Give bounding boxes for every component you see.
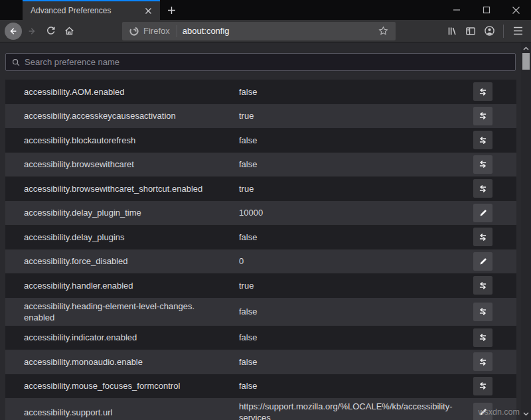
pref-value: https://support.​mozilla.​org/%LOCALE%/k… [239, 401, 468, 420]
toggle-pref-button[interactable] [473, 377, 493, 395]
toggle-icon [478, 184, 488, 194]
account-button[interactable] [480, 22, 498, 40]
toggle-pref-button[interactable] [473, 328, 493, 347]
urlbar-separator [177, 25, 177, 37]
url-bar[interactable]: Firefox about:config [122, 22, 396, 40]
pref-name: accessibility.​heading-element-level-cha… [24, 301, 223, 323]
pref-value: 10000 [239, 207, 468, 218]
close-window-button[interactable] [501, 0, 531, 20]
navigation-toolbar: Firefox about:config [0, 20, 531, 42]
home-button[interactable] [60, 22, 78, 40]
new-tab-button[interactable] [160, 0, 183, 20]
scroll-down-arrow-icon[interactable] [521, 409, 531, 419]
star-icon [378, 26, 388, 36]
pref-value: false [239, 86, 468, 98]
forward-arrow-icon [27, 27, 37, 36]
back-button[interactable] [4, 22, 23, 40]
pref-row[interactable]: accessibility.​mouse_focuses_formcontrol… [5, 374, 516, 399]
pref-name: accessibility.​force_disabled [24, 255, 223, 267]
tab-advanced-preferences[interactable]: Advanced Preferences [23, 0, 160, 20]
identity-box[interactable]: Firefox [127, 26, 173, 36]
bookmark-star-button[interactable] [376, 24, 390, 38]
pref-value: false [239, 332, 468, 343]
toggle-icon [478, 307, 488, 316]
pref-name: accessibility.​handler.​enabled [24, 280, 223, 291]
toggle-pref-button[interactable] [473, 131, 493, 149]
pref-row[interactable]: accessibility.​indicator.​enabled false [5, 326, 516, 350]
edit-pref-button[interactable] [473, 252, 493, 271]
browser-window: Advanced Preferences [0, 0, 531, 420]
toggle-icon [478, 357, 488, 367]
toggle-icon [478, 111, 488, 121]
plus-icon [167, 6, 176, 15]
search-input[interactable] [25, 57, 510, 67]
toggle-icon [478, 332, 488, 342]
titlebar-drag-area [183, 0, 441, 20]
tab-title: Advanced Preferences [31, 6, 141, 15]
sidebar-icon [465, 26, 476, 36]
toggle-pref-button[interactable] [473, 276, 493, 295]
pref-row[interactable]: accessibility.​accesskeycausesactivation… [5, 104, 516, 129]
menu-button[interactable] [508, 22, 527, 40]
back-arrow-icon [9, 27, 18, 36]
pref-name: accessibility.​browsewithcaret [24, 159, 223, 170]
pref-row[interactable]: accessibility.​delay_plugins false [5, 225, 516, 249]
pref-value: true [239, 110, 468, 121]
search-box[interactable] [5, 53, 516, 71]
toggle-pref-button[interactable] [473, 228, 493, 246]
pref-name: accessibility.​support.​url [24, 407, 223, 418]
pref-row[interactable]: accessibility.​blockautorefresh false [5, 128, 516, 153]
maximize-button[interactable] [471, 0, 501, 20]
toggle-pref-button[interactable] [473, 82, 493, 101]
hamburger-icon [513, 27, 523, 35]
preferences-table: accessibility.​AOM.​enabled false access… [5, 80, 516, 420]
pref-value: false [239, 232, 468, 243]
toggle-icon [478, 381, 488, 391]
pref-row[interactable]: accessibility.​heading-element-level-cha… [5, 298, 516, 326]
pref-row[interactable]: accessibility.​browsewithcaret_shortcut.… [5, 176, 516, 201]
titlebar: Advanced Preferences [0, 0, 531, 20]
edit-pref-button[interactable] [473, 204, 493, 222]
pref-name: accessibility.​mouse_focuses_formcontrol [24, 380, 223, 391]
pref-value: false [239, 306, 468, 317]
search-icon [11, 58, 21, 67]
scroll-up-arrow-icon[interactable] [521, 44, 531, 53]
pref-name: accessibility.​indicator.​enabled [24, 332, 223, 343]
pref-row[interactable]: accessibility.​browsewithcaret false [5, 153, 516, 177]
forward-button[interactable] [23, 22, 41, 40]
pref-name: accessibility.​delay_plugin_time [24, 207, 223, 218]
edit-pref-button[interactable] [473, 403, 493, 420]
firefox-logo-icon [129, 26, 139, 36]
sidebar-toggle-button[interactable] [461, 22, 480, 40]
scrollbar[interactable] [521, 42, 531, 420]
pref-row[interactable]: accessibility.​support.​url https://supp… [5, 398, 516, 420]
pref-value: false [239, 159, 468, 170]
toolbar-separator [503, 25, 504, 38]
toggle-pref-button[interactable] [473, 352, 493, 371]
reload-button[interactable] [41, 22, 60, 40]
identity-label: Firefox [143, 26, 170, 36]
tab-close-icon[interactable] [141, 4, 155, 17]
pref-row[interactable]: accessibility.​force_disabled 0 [5, 249, 516, 274]
toggle-pref-button[interactable] [473, 179, 493, 198]
toggle-pref-button[interactable] [473, 155, 493, 174]
close-icon [512, 6, 520, 15]
pref-row[interactable]: accessibility.​monoaudio.​enable false [5, 350, 516, 374]
window-controls [441, 0, 531, 20]
pref-row[interactable]: accessibility.​delay_plugin_time 10000 [5, 201, 516, 226]
pref-row[interactable]: accessibility.​handler.​enabled true [5, 273, 516, 298]
pref-value: false [239, 380, 468, 391]
minimize-button[interactable] [441, 0, 471, 20]
url-text[interactable]: about:config [183, 26, 376, 36]
pref-value: true [239, 280, 468, 291]
pencil-icon [479, 407, 488, 417]
scrollbar-thumb[interactable] [522, 53, 530, 70]
toggle-pref-button[interactable] [473, 107, 493, 125]
toggle-icon [478, 159, 488, 169]
pencil-icon [479, 257, 488, 266]
pref-row[interactable]: accessibility.​AOM.​enabled false [5, 80, 516, 104]
minimize-icon [453, 6, 461, 14]
library-button[interactable] [443, 22, 461, 40]
pref-name: accessibility.​delay_plugins [24, 232, 223, 243]
toggle-pref-button[interactable] [473, 303, 493, 321]
